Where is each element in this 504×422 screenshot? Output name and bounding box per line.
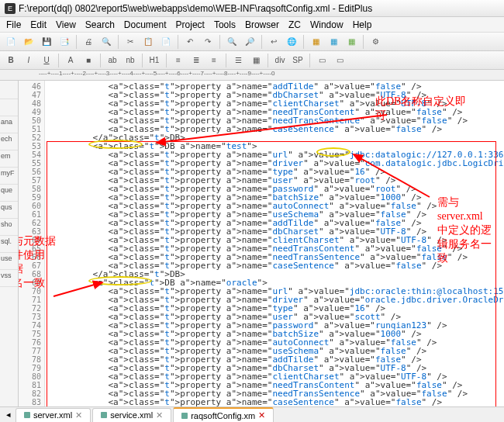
underline-icon[interactable]: U (39, 53, 54, 68)
tab-raqsoftConfig-xm[interactable]: raqsoftConfig.xm✕ (173, 407, 274, 422)
redo-icon[interactable]: ↷ (200, 34, 216, 50)
menu-document[interactable]: Document (124, 19, 167, 30)
file-icon (24, 412, 30, 418)
side-item[interactable]: ana (0, 116, 18, 133)
font-icon[interactable]: A (63, 53, 78, 68)
side-item[interactable]: ech (0, 133, 18, 150)
menu-bar: FileEditViewSearchDocumentProjectToolsBr… (0, 17, 504, 33)
menu-project[interactable]: Project (176, 19, 205, 30)
menu-edit[interactable]: Edit (30, 19, 47, 30)
code-area[interactable]: <a">class="t">property a">name="addTilde… (47, 81, 504, 406)
menu-search[interactable]: Search (85, 19, 115, 30)
code-editor[interactable]: 4647484950515253545556575859606162636465… (19, 81, 504, 406)
cut-icon[interactable]: ✂ (123, 34, 138, 50)
toolbar-main: 📄 📂 💾 📑 🖨 🔍 ✂ 📋 📄 ↶ ↷ 🔍 🔎 ↩ 🌐 ▦ ▦ ▦ ⚙ (0, 33, 504, 51)
document-tabs: ◂server.xml✕service.xml✕raqsoftConfig.xm… (0, 406, 504, 422)
wrap-icon[interactable]: ↩ (266, 34, 281, 50)
close-tab-icon[interactable]: ✕ (156, 410, 163, 420)
menu-browser[interactable]: Browser (245, 19, 279, 30)
extra2-icon[interactable]: ▭ (332, 53, 347, 68)
tab-server-xml[interactable]: server.xml✕ (16, 408, 91, 422)
tool3-icon[interactable]: ▦ (343, 34, 359, 50)
menu-window[interactable]: Window (310, 19, 343, 30)
nb-button[interactable]: nb (123, 53, 138, 68)
align-center-icon[interactable]: ≣ (188, 53, 204, 68)
color-icon[interactable]: ■ (81, 53, 96, 68)
side-item[interactable]: qus (0, 202, 18, 219)
menu-tools[interactable]: Tools (214, 19, 236, 30)
browser-icon[interactable]: 🌐 (284, 34, 299, 50)
app-icon: E (5, 3, 16, 14)
div-button[interactable]: div (272, 53, 288, 68)
file-icon (101, 412, 107, 418)
line-gutter: 4647484950515253545556575859606162636465… (19, 81, 45, 406)
ruler: ----+----1----+----2----+----3----+----4… (0, 70, 504, 81)
print-icon[interactable]: 🖨 (81, 34, 96, 50)
side-item[interactable] (0, 82, 18, 99)
undo-icon[interactable]: ↶ (182, 34, 198, 50)
side-item[interactable]: use (0, 253, 18, 270)
title-bar: E F:\report(dql) 0802\report5\web\webapp… (0, 0, 504, 17)
tab-service-xml[interactable]: service.xml✕ (92, 408, 171, 422)
file-icon (181, 413, 188, 419)
menu-zc[interactable]: ZC (288, 19, 301, 30)
side-item[interactable]: sql. (0, 236, 18, 253)
copy-icon[interactable]: 📋 (140, 34, 156, 50)
menu-view[interactable]: View (56, 19, 76, 30)
paste-icon[interactable]: 📄 (158, 34, 174, 50)
italic-icon[interactable]: I (21, 53, 36, 68)
tab-label: raqsoftConfig.xm (191, 411, 255, 420)
ab-button[interactable]: ab (105, 53, 120, 68)
tool-icon[interactable]: ▦ (308, 34, 323, 50)
side-item[interactable] (0, 99, 18, 116)
settings-icon[interactable]: ⚙ (368, 34, 383, 50)
window-title: F:\report(dql) 0802\report5\web\webapps\… (19, 3, 372, 14)
extra1-icon[interactable]: ▭ (314, 53, 330, 68)
bold-icon[interactable]: B (3, 53, 19, 68)
tab-prev-icon[interactable]: ◂ (3, 410, 14, 420)
replace-icon[interactable]: 🔎 (242, 34, 257, 50)
heading-icon[interactable]: H1 (147, 53, 162, 68)
sp-button[interactable]: SP (290, 53, 306, 68)
side-panel[interactable]: anaechemmyFquequsshosql.usevss (0, 81, 19, 406)
side-item[interactable]: vss (0, 270, 18, 287)
find-icon[interactable]: 🔍 (224, 34, 240, 50)
side-item[interactable]: que (0, 185, 18, 202)
tab-label: service.xml (110, 410, 153, 420)
close-tab-icon[interactable]: ✕ (75, 410, 82, 420)
table-icon[interactable]: ▦ (248, 53, 264, 68)
side-item[interactable]: sho (0, 219, 18, 236)
side-item[interactable]: myF (0, 168, 18, 185)
close-tab-icon[interactable]: ✕ (258, 410, 265, 420)
save-all-icon[interactable]: 📑 (57, 34, 72, 50)
open-file-icon[interactable]: 📂 (21, 34, 36, 50)
tool2-icon[interactable]: ▦ (326, 34, 341, 50)
toolbar-html: B I U A ■ ab nb H1 ≡ ≣ ≡ ☰ ▦ div SP ▭ ▭ (0, 51, 504, 70)
preview-icon[interactable]: 🔍 (98, 34, 114, 50)
new-file-icon[interactable]: 📄 (3, 34, 19, 50)
align-left-icon[interactable]: ≡ (171, 53, 186, 68)
list-icon[interactable]: ☰ (230, 53, 246, 68)
side-item[interactable]: em (0, 150, 18, 168)
menu-help[interactable]: Help (353, 19, 372, 30)
align-right-icon[interactable]: ≡ (206, 53, 222, 68)
save-icon[interactable]: 💾 (39, 34, 54, 50)
tab-label: server.xml (33, 410, 72, 420)
menu-file[interactable]: File (6, 19, 21, 30)
